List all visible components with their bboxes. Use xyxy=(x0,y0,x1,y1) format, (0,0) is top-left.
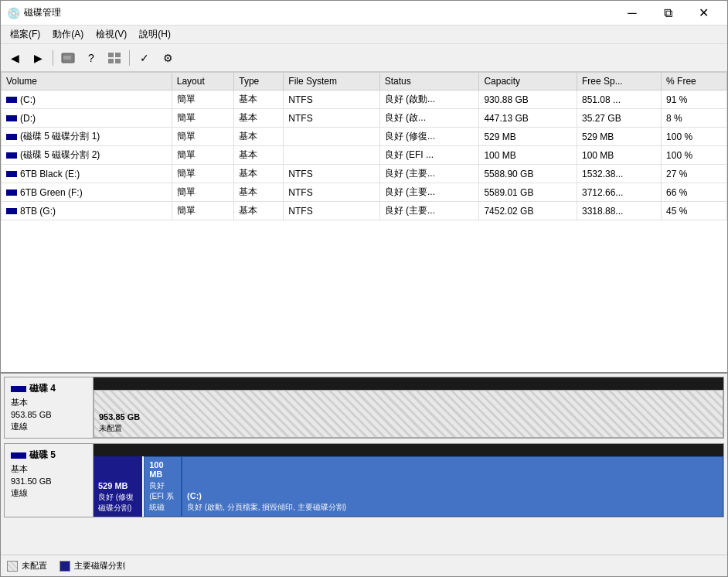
table-row[interactable]: (C:) 簡單 基本 NTFS 良好 (啟動... 930.88 GB 851.… xyxy=(2,90,727,109)
cell-layout: 簡單 xyxy=(172,146,234,165)
cell-type: 基本 xyxy=(234,146,284,165)
segment-desc: 良好 (修復磁碟分割) xyxy=(98,492,138,514)
cell-percentfree: 100 % xyxy=(662,128,727,146)
svg-rect-2 xyxy=(108,53,114,57)
legend-unallocated-label: 未配置 xyxy=(22,560,47,572)
col-type[interactable]: Type xyxy=(234,73,284,90)
cell-layout: 簡單 xyxy=(172,202,234,220)
table-row[interactable]: (磁碟 5 磁碟分割 1) 簡單 基本 良好 (修復... 529 MB 529… xyxy=(2,128,727,146)
drive-indicator xyxy=(6,134,17,140)
col-capacity[interactable]: Capacity xyxy=(479,73,577,90)
table-row[interactable]: 6TB Green (F:) 簡單 基本 NTFS 良好 (主要... 5589… xyxy=(2,183,727,202)
cell-layout: 簡單 xyxy=(172,165,234,183)
cell-status: 良好 (啟動... xyxy=(379,90,479,109)
cell-type: 基本 xyxy=(234,109,284,128)
drive-indicator xyxy=(6,208,17,214)
restore-button[interactable]: ⧉ xyxy=(650,1,685,26)
svg-rect-1 xyxy=(63,56,71,60)
legend-main-partition: 主要磁碟分割 xyxy=(60,560,125,572)
cell-layout: 簡單 xyxy=(172,109,234,128)
close-button[interactable]: ✕ xyxy=(685,1,721,26)
disk-status: 連線 xyxy=(11,487,87,499)
col-filesystem[interactable]: File System xyxy=(284,73,379,90)
cell-layout: 簡單 xyxy=(172,128,234,146)
disk-segment[interactable]: (C:) 良好 (啟動, 分頁檔案, 損毀傾印, 主要磁碟分割) xyxy=(182,456,723,517)
menu-view[interactable]: 檢視(V) xyxy=(90,26,133,43)
segment-desc: 良好 (啟動, 分頁檔案, 損毀傾印, 主要磁碟分割) xyxy=(187,502,718,513)
minimize-button[interactable]: ─ xyxy=(614,1,650,26)
view-button[interactable] xyxy=(104,47,125,69)
disk-mgmt-button[interactable] xyxy=(57,47,79,69)
col-volume[interactable]: Volume xyxy=(2,73,172,90)
table-row[interactable]: 8TB (G:) 簡單 基本 NTFS 良好 (主要... 7452.02 GB… xyxy=(2,202,727,220)
cell-capacity: 447.13 GB xyxy=(479,109,577,128)
disk-segment[interactable]: 529 MB 良好 (修復磁碟分割) xyxy=(94,456,144,517)
col-layout[interactable]: Layout xyxy=(172,73,234,90)
menu-bar: 檔案(F) 動作(A) 檢視(V) 說明(H) xyxy=(1,26,727,44)
cell-percentfree: 27 % xyxy=(662,165,727,183)
table-row[interactable]: (D:) 簡單 基本 NTFS 良好 (啟... 447.13 GB 35.27… xyxy=(2,109,727,128)
cell-filesystem: NTFS xyxy=(284,202,379,220)
menu-action[interactable]: 動作(A) xyxy=(46,26,90,43)
cell-type: 基本 xyxy=(234,90,284,109)
volume-table: Volume Layout Type File System Status Ca… xyxy=(1,72,727,220)
back-button[interactable]: ◀ xyxy=(4,47,26,69)
segment-label: (C:) xyxy=(187,491,718,500)
disk-segment[interactable]: 953.85 GB 未配置 xyxy=(94,390,723,438)
col-percentfree[interactable]: % Free xyxy=(662,73,727,90)
disk-status: 連線 xyxy=(11,421,87,432)
cell-capacity: 5588.90 GB xyxy=(479,165,577,183)
disk-segments: 953.85 GB 未配置 xyxy=(94,390,723,438)
legend-unallocated-icon xyxy=(7,561,18,572)
cell-capacity: 529 MB xyxy=(479,128,577,146)
check-button[interactable]: ✓ xyxy=(134,47,155,69)
cell-filesystem xyxy=(284,128,379,146)
svg-rect-5 xyxy=(115,59,121,63)
settings-button[interactable]: ⚙ xyxy=(157,47,179,69)
disk-header-bar xyxy=(94,377,723,390)
disk-segments: 529 MB 良好 (修復磁碟分割) 100 MB 良好 (EFI 系統磁 (C… xyxy=(94,456,723,517)
cell-type: 基本 xyxy=(234,165,284,183)
disk-partitions: 529 MB 良好 (修復磁碟分割) 100 MB 良好 (EFI 系統磁 (C… xyxy=(94,444,723,517)
legend-main-partition-icon xyxy=(60,561,70,572)
drive-indicator xyxy=(6,97,17,103)
cell-volume: 8TB (G:) xyxy=(2,202,172,220)
col-freespace[interactable]: Free Sp... xyxy=(577,73,661,90)
cell-filesystem: NTFS xyxy=(284,183,379,202)
cell-freespace: 100 MB xyxy=(577,146,661,165)
disk-type: 基本 xyxy=(11,463,87,475)
cell-freespace: 1532.38... xyxy=(577,165,661,183)
volume-table-area: Volume Layout Type File System Status Ca… xyxy=(1,72,727,374)
cell-filesystem: NTFS xyxy=(284,165,379,183)
segment-label: 529 MB xyxy=(98,481,138,490)
disk-name: 磁碟 5 xyxy=(11,449,87,462)
disk-type: 基本 xyxy=(11,397,87,408)
segment-desc: 良好 (EFI 系統磁 xyxy=(149,480,176,513)
cell-percentfree: 100 % xyxy=(662,146,727,165)
cell-status: 良好 (修復... xyxy=(379,128,479,146)
svg-rect-3 xyxy=(115,53,121,57)
cell-percentfree: 91 % xyxy=(662,90,727,109)
col-status[interactable]: Status xyxy=(379,73,479,90)
segment-desc: 未配置 xyxy=(99,423,718,434)
table-row[interactable]: 6TB Black (E:) 簡單 基本 NTFS 良好 (主要... 5588… xyxy=(2,165,727,183)
forward-button[interactable]: ▶ xyxy=(27,47,49,69)
table-row[interactable]: (磁碟 5 磁碟分割 2) 簡單 基本 良好 (EFI ... 100 MB 1… xyxy=(2,146,727,165)
cell-filesystem: NTFS xyxy=(284,109,379,128)
help-button[interactable]: ? xyxy=(80,47,102,69)
status-bar: 未配置 主要磁碟分割 xyxy=(1,555,727,576)
cell-capacity: 7452.02 GB xyxy=(479,202,577,220)
cell-freespace: 851.08 ... xyxy=(577,90,661,109)
cell-filesystem xyxy=(284,146,379,165)
cell-status: 良好 (主要... xyxy=(379,165,479,183)
svg-rect-4 xyxy=(108,59,114,63)
legend-main-partition-label: 主要磁碟分割 xyxy=(74,560,125,572)
disk-segment[interactable]: 100 MB 良好 (EFI 系統磁 xyxy=(144,456,182,517)
disk-info: 磁碟 4 基本 953.85 GB 連線 xyxy=(5,377,94,438)
disk-header-bar xyxy=(94,444,723,456)
disk-size: 953.85 GB xyxy=(11,410,87,419)
cell-freespace: 3318.88... xyxy=(577,202,661,220)
cell-status: 良好 (主要... xyxy=(379,183,479,202)
menu-file[interactable]: 檔案(F) xyxy=(4,26,46,43)
menu-help[interactable]: 說明(H) xyxy=(133,26,177,43)
